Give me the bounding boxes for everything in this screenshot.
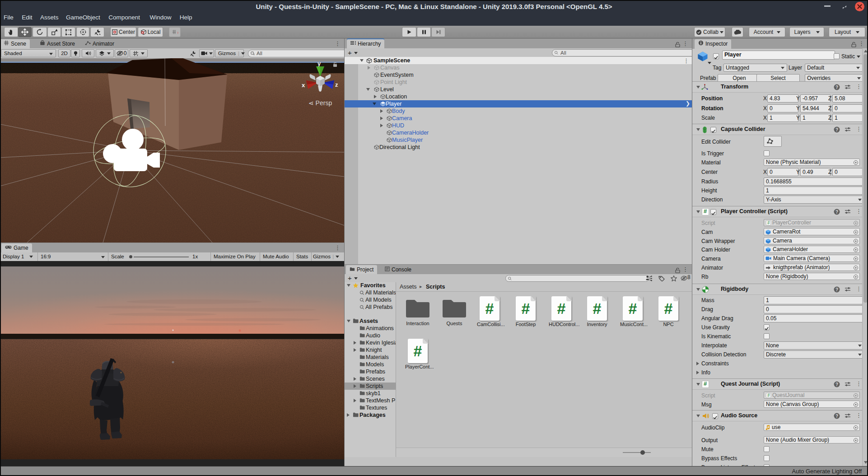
svg-text:?: ? [835,127,838,132]
svg-text:x: x [302,82,305,89]
svg-text:?: ? [835,85,838,90]
svg-text:?: ? [835,382,838,387]
svg-text:y: y [317,60,321,67]
svg-text:⋖ Persp: ⋖ Persp [308,99,332,107]
svg-text:?: ? [835,414,838,419]
svg-text:?: ? [835,287,838,292]
svg-text:?: ? [835,210,838,215]
svg-text:z: z [335,81,338,88]
